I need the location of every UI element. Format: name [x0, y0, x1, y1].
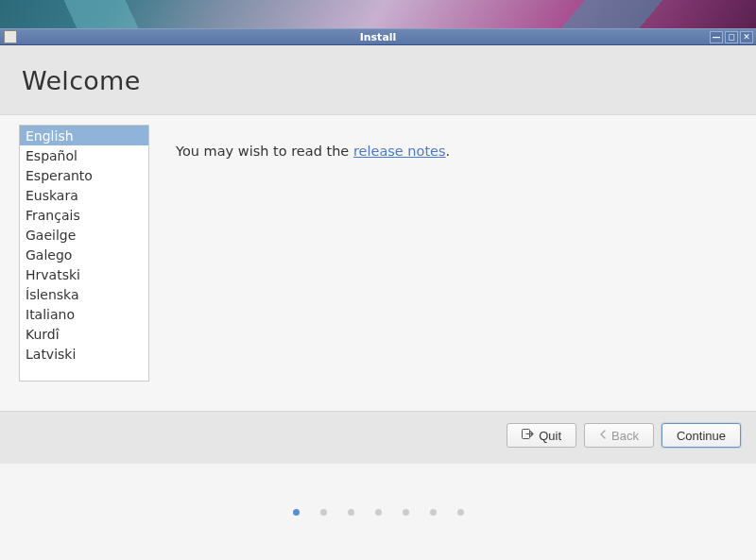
language-item[interactable]: Hrvatski	[20, 264, 148, 284]
language-item[interactable]: Latviski	[20, 344, 148, 364]
info-prefix: You may wish to read the	[176, 144, 353, 159]
quit-button[interactable]: Quit	[507, 423, 576, 448]
page-dot[interactable]	[430, 509, 437, 516]
page-dot[interactable]	[320, 509, 327, 516]
quit-icon	[522, 429, 534, 442]
page-dot[interactable]	[457, 509, 464, 516]
language-item[interactable]: Esperanto	[20, 165, 148, 185]
info-suffix: .	[446, 144, 451, 159]
page-dot[interactable]	[348, 509, 354, 516]
close-button[interactable]: ✕	[740, 31, 753, 43]
button-row: Quit Back Continue	[0, 412, 756, 464]
language-item[interactable]: Íslenska	[20, 284, 148, 304]
app-icon	[4, 30, 17, 43]
installer-window: Welcome EnglishEspañolEsperantoEuskaraFr…	[0, 45, 756, 464]
page-title: Welcome	[0, 45, 756, 114]
window-controls: — ◻ ✕	[710, 31, 753, 43]
window-title: Install	[360, 31, 397, 43]
language-item[interactable]: Galego	[20, 245, 148, 264]
page-dot[interactable]	[375, 509, 382, 516]
maximize-button[interactable]: ◻	[725, 31, 738, 43]
language-item[interactable]: Español	[20, 145, 148, 165]
language-item[interactable]: English	[20, 126, 148, 145]
language-list[interactable]: EnglishEspañolEsperantoEuskaraFrançaisGa…	[19, 125, 149, 382]
quit-label: Quit	[539, 429, 561, 443]
page-dot[interactable]	[293, 509, 300, 516]
page-indicator	[0, 464, 756, 560]
language-item[interactable]: Français	[20, 205, 148, 225]
back-label: Back	[611, 429, 639, 443]
page-dot[interactable]	[403, 509, 409, 516]
continue-button[interactable]: Continue	[662, 423, 741, 448]
minimize-button[interactable]: —	[710, 31, 723, 43]
desktop-background	[0, 0, 756, 28]
language-item[interactable]: Euskara	[20, 185, 148, 205]
continue-label: Continue	[677, 429, 726, 443]
window-titlebar: Install — ◻ ✕	[0, 28, 756, 45]
release-notes-link[interactable]: release notes	[353, 144, 446, 159]
chevron-left-icon	[599, 429, 607, 442]
language-item[interactable]: Italiano	[20, 304, 148, 324]
back-button[interactable]: Back	[584, 423, 654, 448]
language-item[interactable]: Gaeilge	[20, 225, 148, 245]
content-area: EnglishEspañolEsperantoEuskaraFrançaisGa…	[0, 114, 756, 412]
language-item[interactable]: Kurdî	[20, 324, 148, 344]
info-text-area: You may wish to read the release notes.	[149, 125, 737, 398]
